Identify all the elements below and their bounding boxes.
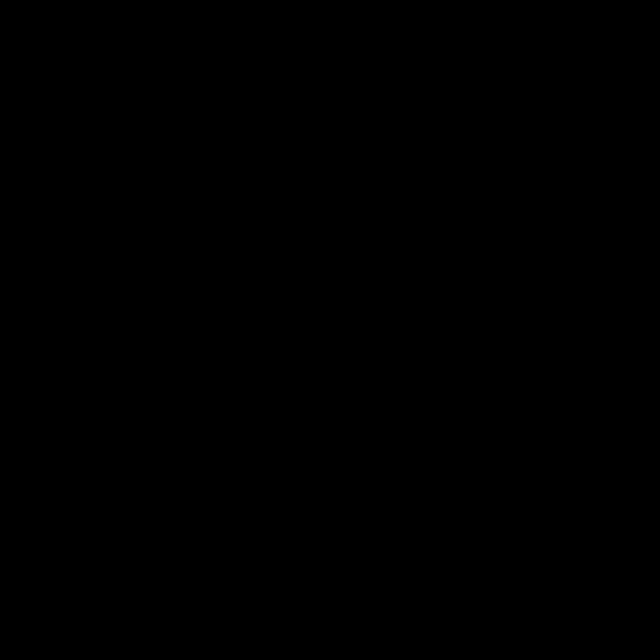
chart-stage bbox=[0, 0, 644, 644]
chart-canvas bbox=[0, 0, 644, 644]
